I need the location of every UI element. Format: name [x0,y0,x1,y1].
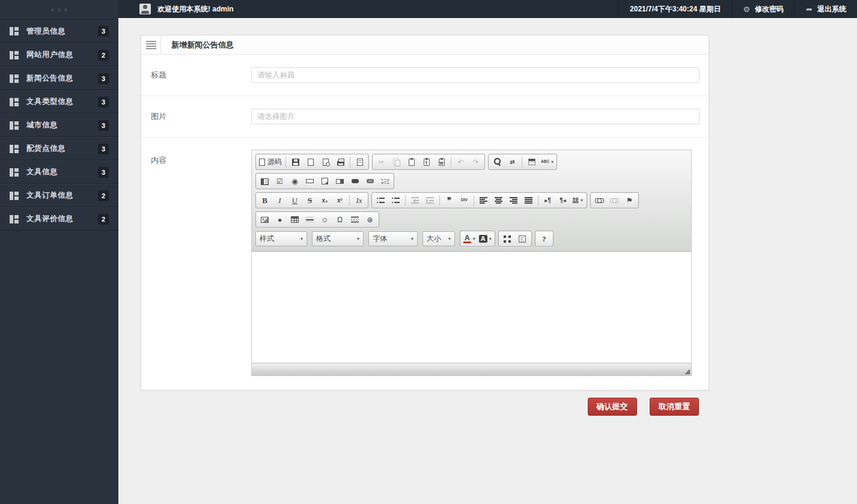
superscript-button[interactable]: x² [332,193,347,208]
bold-button[interactable]: B [257,193,272,208]
language-button[interactable]: 話▾ [570,193,585,208]
align-right-button[interactable] [506,193,521,208]
sidebar-item-2[interactable]: 网站用户信息2 [0,43,118,67]
background-color-button[interactable]: A▾ [477,232,493,246]
text-direction-ltr-button[interactable]: ▸¶ [540,193,555,208]
blockquote-button[interactable]: ❞ [442,193,457,208]
italic-button[interactable]: I [272,193,287,208]
align-justify-button[interactable] [521,193,536,208]
text-direction-rtl-button[interactable]: ¶◂ [555,193,570,208]
sidebar-item-label: 文具类型信息 [26,97,98,107]
sidebar-item-7[interactable]: 文具信息3 [0,160,118,184]
bulleted-list-button[interactable] [388,193,403,208]
font-size-dropdown[interactable]: 大小▾ [422,231,455,246]
iframe-icon: ⊕ [367,216,373,223]
panel-collapse-button[interactable] [141,35,161,54]
styles-dropdown[interactable]: 样式▾ [255,231,307,246]
sidebar-item-label: 网站用户信息 [26,50,98,60]
title-input[interactable] [251,67,700,83]
horizontal-rule-button[interactable] [302,213,317,227]
paste-word-button[interactable] [434,155,449,169]
count-badge: 3 [98,26,109,37]
subscript-button[interactable]: x₂ [317,193,332,208]
toolbar-group: ✂↶↷ [372,154,485,170]
editor-bottom-bar [252,363,691,375]
underline-button[interactable]: U [287,193,302,208]
font-dropdown[interactable]: 字体▾ [368,231,418,246]
format-dropdown[interactable]: 格式▾ [312,231,364,246]
save-button[interactable] [288,155,303,169]
find-button[interactable] [490,155,505,169]
sidebar-item-4[interactable]: 文具类型信息3 [0,90,118,114]
toolbar-group: A▾A▾ [460,231,495,247]
table-button[interactable] [287,213,302,227]
spellcheck-icon: ABC [541,160,549,164]
submit-button[interactable]: 确认提交 [588,398,637,416]
logout-button[interactable]: ➦ 退出系统 [794,0,857,18]
grid-icon [10,74,19,83]
select-all-button[interactable] [524,155,539,169]
page-break-button[interactable] [347,213,362,227]
sidebar-item-6[interactable]: 配货点信息3 [0,137,118,160]
new-page-button[interactable] [303,155,318,169]
radio-button[interactable]: ◉ [287,174,302,189]
sidebar-item-1[interactable]: 管理员信息3 [0,20,118,43]
count-badge: 3 [98,73,109,84]
div-container-button[interactable]: DIV [457,193,472,208]
logout-label: 退出系统 [817,4,846,14]
image-input[interactable] [251,109,700,124]
numbered-list-button[interactable] [373,193,388,208]
editor-resize-handle[interactable] [685,369,690,374]
sidebar-item-3[interactable]: 新闻公告信息3 [0,67,118,90]
change-password-button[interactable]: ⚙ 修改密码 [731,0,794,18]
anchor-button[interactable]: ⚑ [622,193,637,208]
replace-button[interactable]: ⇄ [505,155,520,169]
sidebar-item-9[interactable]: 文具评价信息2 [0,207,118,231]
preview-button[interactable] [318,155,333,169]
reset-button[interactable]: 取消重置 [650,398,699,416]
special-character-button[interactable]: Ω [332,213,347,227]
grid-icon [10,215,19,223]
spellcheck-button[interactable]: ABC▾ [539,155,555,169]
show-blocks-icon [519,235,526,243]
sidebar-item-5[interactable]: 城市信息3 [0,114,118,137]
select-field-button[interactable] [332,174,347,189]
gear-icon: ⚙ [743,5,750,14]
datetime-text: 2021/7/4下午3:40:24 星期日 [618,0,731,18]
button-field-button[interactable] [347,174,362,189]
strikethrough-button[interactable]: S [302,193,317,208]
editor-toolbar: 源码✂↶↷⇄ABC▾☑◉BIUSx₂x²Ix❞DIV▸¶¶◂話▾⚑●☺Ω⊕样式▾… [252,150,691,252]
hidden-field-button[interactable] [377,174,392,189]
paste-button[interactable] [404,155,419,169]
decrease-indent-button [407,193,422,208]
image-button-button[interactable] [362,174,377,189]
replace-icon: ⇄ [510,159,514,165]
align-left-button[interactable] [476,193,491,208]
image-button[interactable] [257,213,272,227]
flash-button[interactable]: ● [272,213,287,227]
sidebar-item-8[interactable]: 文具订单信息2 [0,184,118,207]
maximize-button[interactable] [500,232,515,246]
smiley-button[interactable]: ☺ [317,213,332,227]
remove-format-button[interactable]: Ix [352,193,367,208]
remove-format-icon: Ix [356,196,362,204]
editor-content[interactable] [252,252,691,363]
paste-text-button[interactable] [419,155,434,169]
radio-icon: ◉ [291,178,297,185]
background-color-icon: A [479,235,487,243]
align-center-button[interactable] [491,193,506,208]
sidebar-collapse-handle[interactable] [0,0,118,20]
toolbar-separator [522,157,522,168]
show-blocks-button[interactable] [515,232,530,246]
print-button[interactable] [333,155,348,169]
form-button[interactable] [257,174,272,189]
link-button[interactable] [592,193,607,208]
source-button[interactable]: 源码 [257,155,284,169]
checkbox-button[interactable]: ☑ [272,174,287,189]
text-field-button[interactable] [302,174,317,189]
text-color-button[interactable]: A▾ [462,232,477,246]
templates-button[interactable] [352,155,367,169]
iframe-button[interactable]: ⊕ [362,213,377,227]
about-button[interactable]: ? [537,232,552,246]
textarea-button[interactable] [317,174,332,189]
